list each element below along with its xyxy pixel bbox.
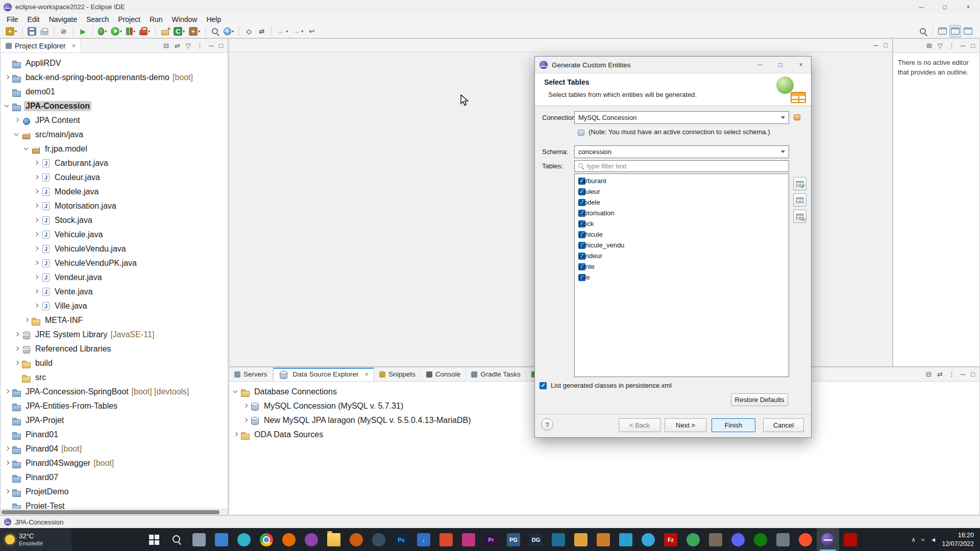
expand-arrow-icon[interactable] bbox=[33, 288, 40, 295]
web-browser-icon[interactable]: ▾ bbox=[222, 25, 235, 37]
link-editor-icon[interactable]: ⇄ bbox=[256, 25, 267, 37]
tree-item[interactable]: JCouleur.java bbox=[1, 170, 228, 185]
maximize-editor-icon[interactable]: □ bbox=[884, 41, 888, 49]
tree-item[interactable]: JVendeur.java bbox=[1, 270, 228, 285]
new-wizard-icon[interactable]: +▾ bbox=[4, 25, 18, 37]
window-close-button[interactable]: × bbox=[957, 0, 980, 14]
persistence-option[interactable]: ✓ List generated classes in persistence.… bbox=[540, 382, 672, 389]
expand-arrow-icon[interactable] bbox=[4, 488, 11, 495]
taskbar-clock[interactable]: 16:20 12/07/2022 bbox=[942, 531, 974, 548]
open-perspective-icon[interactable] bbox=[937, 25, 948, 37]
menu-navigate[interactable]: Navigate bbox=[44, 14, 82, 24]
menu-edit[interactable]: Edit bbox=[23, 14, 44, 24]
expand-arrow-icon[interactable] bbox=[232, 431, 239, 438]
tree-item[interactable]: Projet-Test bbox=[1, 499, 228, 509]
minimize-view-icon[interactable]: ─ bbox=[961, 42, 965, 49]
tree-item[interactable]: src/main/java bbox=[1, 128, 228, 142]
new-java-project-icon[interactable] bbox=[159, 25, 171, 37]
table-row[interactable]: ✓couleur bbox=[575, 186, 789, 197]
dg-app-icon[interactable]: DG bbox=[525, 528, 547, 551]
checkbox-checked-icon[interactable]: ✓ bbox=[540, 382, 547, 389]
tab-data-source-explorer[interactable]: Data Source Explorer× bbox=[273, 367, 375, 381]
sort-icon[interactable]: ▽ bbox=[938, 42, 943, 49]
dialog-close-button[interactable]: × bbox=[791, 57, 811, 73]
view-menu-icon[interactable]: ⋮ bbox=[948, 370, 955, 378]
collapse-all-icon[interactable]: ⊟ bbox=[926, 370, 932, 378]
dropdown-arrow-icon[interactable]: ▾ bbox=[232, 29, 234, 34]
tree-item[interactable]: JVehiculeVendu.java bbox=[1, 242, 228, 256]
tree-item[interactable]: AppliRDV bbox=[1, 56, 228, 70]
tree-item[interactable]: JPA-Concession-SpringBoot[boot] [devtool… bbox=[1, 385, 228, 399]
tree-item[interactable]: Pinard04Swagger[boot] bbox=[1, 456, 228, 470]
table-row[interactable]: ✓vehicule bbox=[575, 229, 789, 240]
brave-icon[interactable] bbox=[794, 528, 817, 551]
eclipse-taskbar-icon[interactable] bbox=[817, 528, 839, 551]
tab-snippets[interactable]: Snippets bbox=[374, 367, 421, 381]
dropdown-arrow-icon[interactable]: ▾ bbox=[301, 29, 303, 34]
dialog-titlebar[interactable]: Generate Custom Entities ─ □ × bbox=[535, 57, 811, 73]
filter-icon[interactable]: ▽ bbox=[186, 42, 191, 49]
tab-console[interactable]: Console bbox=[421, 367, 467, 381]
select-all-tables-button[interactable] bbox=[793, 177, 806, 190]
expand-arrow-icon[interactable] bbox=[33, 174, 40, 181]
table-row[interactable]: ✓motorisation bbox=[575, 208, 789, 218]
menu-search[interactable]: Search bbox=[82, 14, 113, 24]
pc-app-icon[interactable] bbox=[188, 528, 210, 551]
restore-defaults-button[interactable]: Restore Defaults bbox=[731, 393, 788, 406]
expand-all-icon[interactable]: ⊞ bbox=[926, 42, 932, 49]
collapse-all-icon[interactable]: ⊟ bbox=[163, 42, 169, 49]
expand-arrow-icon[interactable] bbox=[33, 231, 40, 238]
chrome-icon[interactable] bbox=[255, 528, 278, 551]
expand-arrow-icon[interactable] bbox=[4, 445, 11, 453]
tree-item[interactable]: fr.jpa.model bbox=[1, 142, 228, 156]
xbox-icon[interactable] bbox=[749, 528, 772, 551]
tree-item[interactable]: JMotorisation.java bbox=[1, 199, 228, 213]
camera-app-icon[interactable] bbox=[210, 528, 233, 551]
dialog-maximize-button[interactable]: □ bbox=[770, 57, 791, 73]
db-tool-icon[interactable] bbox=[570, 528, 592, 551]
network-icon[interactable]: ≈ bbox=[921, 536, 925, 543]
table-filter-input[interactable] bbox=[587, 162, 786, 170]
dropdown-arrow-icon[interactable]: ▾ bbox=[133, 29, 135, 34]
tree-item[interactable]: JPA-Concession bbox=[1, 99, 228, 113]
view-menu-icon[interactable]: ⋮ bbox=[948, 42, 955, 49]
tree-item[interactable]: JVehicule.java bbox=[1, 228, 228, 242]
tree-item[interactable]: JVente.java bbox=[1, 285, 228, 299]
firefox-dev-icon[interactable] bbox=[345, 528, 368, 551]
menu-run[interactable]: Run bbox=[145, 14, 167, 24]
vscode-icon[interactable] bbox=[615, 528, 637, 551]
table-row[interactable]: ✓carburant bbox=[575, 176, 789, 186]
debug-icon[interactable]: ▾ bbox=[96, 25, 108, 37]
table-row[interactable]: ✓vendeur bbox=[575, 251, 789, 261]
tree-item[interactable]: demo01 bbox=[1, 85, 228, 99]
dialog-minimize-button[interactable]: ─ bbox=[750, 57, 770, 73]
schema-combobox[interactable]: concession bbox=[574, 145, 789, 158]
expand-arrow-icon[interactable] bbox=[13, 360, 20, 367]
intellij-icon[interactable] bbox=[435, 528, 457, 551]
link-tables-button[interactable] bbox=[793, 210, 806, 223]
perspective-javaee-icon[interactable] bbox=[949, 25, 961, 37]
tree-item[interactable]: ProjetDemo bbox=[1, 485, 228, 499]
tree-item[interactable]: back-end-spring-boot-apprenants-demo[boo… bbox=[1, 70, 228, 85]
tree-item[interactable]: Pinard01 bbox=[1, 428, 228, 442]
help-button[interactable]: ? bbox=[541, 418, 553, 431]
expand-arrow-icon[interactable] bbox=[13, 331, 20, 338]
skip-breakpoints-icon[interactable]: ⊘ bbox=[58, 25, 69, 37]
instagram-icon[interactable] bbox=[457, 528, 480, 551]
filezilla-icon[interactable]: Fz bbox=[659, 528, 682, 551]
menu-project[interactable]: Project bbox=[113, 14, 145, 24]
expand-arrow-icon[interactable] bbox=[13, 345, 20, 353]
window-maximize-button[interactable]: □ bbox=[933, 0, 957, 14]
tree-item[interactable]: JPA Content bbox=[1, 113, 228, 128]
acrobat-icon[interactable] bbox=[839, 528, 862, 551]
maximize-view-icon[interactable]: □ bbox=[219, 42, 223, 49]
expand-arrow-icon[interactable] bbox=[232, 388, 239, 395]
tree-item[interactable]: META-INF bbox=[1, 313, 228, 328]
volume-icon[interactable]: ◄ bbox=[930, 536, 937, 543]
expand-arrow-icon[interactable] bbox=[23, 145, 30, 153]
start-server-icon[interactable]: ▶ bbox=[77, 25, 89, 37]
window-minimize-button[interactable]: ─ bbox=[910, 0, 933, 14]
premiere-icon[interactable]: Pr bbox=[480, 528, 502, 551]
dropdown-arrow-icon[interactable]: ▾ bbox=[120, 29, 122, 34]
firefox-icon[interactable] bbox=[278, 528, 300, 551]
